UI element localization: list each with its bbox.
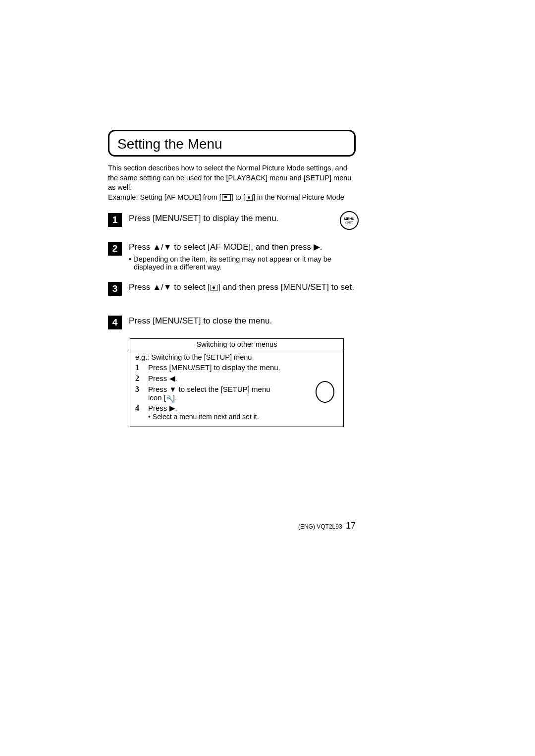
sub-row-4: 4 Press ▶. Select a menu item next and s… xyxy=(135,404,339,421)
step-2-note: Depending on the item, its setting may n… xyxy=(134,255,356,271)
step-3-title: Press ▲/▼ to select [] and then press [M… xyxy=(129,282,356,293)
switching-header: Switching to other menus xyxy=(130,339,343,350)
sub-row-3: 3 Press ▼ to select the [SETUP] menu ico… xyxy=(135,385,339,402)
sub-text-1: Press [MENU/SET] to display the menu. xyxy=(148,363,339,372)
step-3-pre: Press ▲/▼ to select [ xyxy=(129,282,210,292)
switching-box: Switching to other menus e.g.: Switching… xyxy=(130,338,344,427)
sub-num-2: 2 xyxy=(135,374,142,383)
intro-pre: Example: Setting [AF MODE] from [ xyxy=(108,193,221,201)
intro-text: This section describes how to select the… xyxy=(108,163,356,202)
menu-set-top: MENU xyxy=(344,217,355,220)
page-number: 17 xyxy=(346,521,356,531)
step-1-number: 1 xyxy=(108,213,122,227)
sub-num-4: 4 xyxy=(135,404,142,413)
title-box: Setting the Menu xyxy=(108,130,356,157)
intro-post: ] in the Normal Picture Mode xyxy=(253,193,344,201)
sub-num-1: 1 xyxy=(135,363,142,372)
step-2: 2 Press ▲/▼ to select [AF MODE], and the… xyxy=(108,242,356,271)
step-1-title: Press [MENU/SET] to display the menu. xyxy=(129,213,356,224)
step-4-title: Press [MENU/SET] to close the menu. xyxy=(129,316,356,327)
step-3-post: ] and then press [MENU/SET] to set. xyxy=(218,282,354,292)
face-detect-icon xyxy=(246,195,253,201)
menu-set-bot: /SET xyxy=(345,220,353,224)
switching-intro: e.g.: Switching to the [SETUP] menu xyxy=(135,353,339,361)
page-footer: (ENG) VQT2L93 17 xyxy=(298,521,356,531)
step-4-number: 4 xyxy=(108,316,122,329)
intro-line1: This section describes how to select the… xyxy=(108,164,351,191)
intro-mid: ] to [ xyxy=(231,193,245,201)
manual-page: Setting the Menu This section describes … xyxy=(108,130,356,427)
wrench-icon: 🔧 xyxy=(166,395,173,402)
sub-row-1: 1 Press [MENU/SET] to display the menu. xyxy=(135,363,339,372)
step-3-number: 3 xyxy=(108,282,122,296)
face-detect-icon-2 xyxy=(211,285,217,291)
sub4-bullet: Select a menu item next and set it. xyxy=(153,413,339,421)
step-3: 3 Press ▲/▼ to select [] and then press … xyxy=(108,282,356,296)
sub-text-4: Press ▶. Select a menu item next and set… xyxy=(148,404,339,421)
sub-text-3: Press ▼ to select the [SETUP] menu icon … xyxy=(148,385,282,402)
step-1: 1 Press [MENU/SET] to display the menu. … xyxy=(108,213,356,227)
menu-set-icon: MENU /SET xyxy=(340,211,359,230)
step-2-number: 2 xyxy=(108,242,122,256)
controller-circle-icon xyxy=(316,381,334,403)
sub-row-2: 2 Press ◀. xyxy=(135,374,339,383)
af-area-icon xyxy=(222,194,231,201)
sub-num-3: 3 xyxy=(135,385,142,394)
step-4: 4 Press [MENU/SET] to close the menu. xyxy=(108,316,356,329)
footer-code: (ENG) VQT2L93 xyxy=(298,523,342,530)
sub4-main: Press ▶. xyxy=(148,404,177,412)
sub-text-2: Press ◀. xyxy=(148,374,339,383)
page-title: Setting the Menu xyxy=(117,136,222,152)
step-2-title: Press ▲/▼ to select [AF MODE], and then … xyxy=(129,242,356,253)
